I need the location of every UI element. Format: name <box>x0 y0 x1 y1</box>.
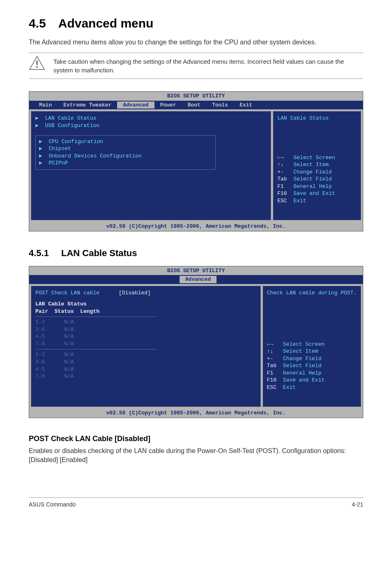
tab-exit[interactable]: Exit <box>234 102 258 109</box>
menu-item-cpu-configuration[interactable]: ▶ CPU Configuration <box>39 138 212 146</box>
table-separator <box>35 317 157 317</box>
table-row: 3-6 N/A <box>35 358 256 366</box>
intro-paragraph: The Advanced menu items allow you to cha… <box>29 38 363 47</box>
bios-legend: ←→ Select Screen ↑↓ Select Item +- Chang… <box>267 333 357 398</box>
bios-title: BIOS SETUP UTILITY <box>29 92 363 101</box>
field-heading: POST Check LAN Cable [Disabled] <box>29 435 363 443</box>
footer-right: 4-21 <box>352 501 363 508</box>
section-number: 4.5 <box>29 16 46 30</box>
bios-screenshot-lan-cable: BIOS SETUP UTILITY Advanced POST Check L… <box>29 266 363 418</box>
tab-advanced[interactable]: Advanced <box>117 102 154 109</box>
bios-right-pane: LAN Cable Status ←→ Select Screen ↑↓ Sel… <box>273 111 361 220</box>
caution-icon <box>29 55 45 72</box>
tab-main[interactable]: Main <box>33 102 58 109</box>
bios-left-pane: ▶ LAN Cable Status ▶ USB Configuration ▶… <box>31 111 271 220</box>
menu-item-usb-configuration[interactable]: ▶ USB Configuration <box>35 122 267 129</box>
subsection-number: 4.5.1 <box>29 248 49 259</box>
section-heading: 4.5Advanced menu <box>29 16 363 30</box>
page-footer: ASUS Commando 4-21 <box>29 497 363 508</box>
table-row: 1-2 N/A <box>35 351 256 358</box>
bios-tab-bar-single: Advanced <box>29 275 363 284</box>
table-row: 7-8 N/A <box>35 373 256 380</box>
caution-text: Take caution when changing the settings … <box>53 55 363 76</box>
field-description: Enables or disables checking of the LAN … <box>29 446 363 465</box>
svg-rect-1 <box>36 60 38 65</box>
table-separator <box>35 349 157 349</box>
tab-boot[interactable]: Boot <box>182 102 206 109</box>
subsection-title-text: LAN Cable Status <box>61 248 137 258</box>
subsection-heading: 4.5.1LAN Cable Status <box>29 248 363 259</box>
bios-legend: ←→ Select Screen ↑↓ Select Item +- Chang… <box>277 147 357 212</box>
table-row: 4-5 N/A <box>35 366 256 373</box>
bios-left-pane: POST Check LAN cable [Disabled] LAN Cabl… <box>31 286 261 407</box>
bios-right-pane: Check LAN cable during POST. ←→ Select S… <box>263 286 361 407</box>
bios-title: BIOS SETUP UTILITY <box>29 266 363 275</box>
svg-point-2 <box>36 66 38 68</box>
menu-item-lan-cable-status[interactable]: ▶ LAN Cable Status <box>35 115 267 122</box>
menu-item-onboard-devices[interactable]: ▶ Onboard Devices Configuration <box>39 153 212 160</box>
menu-item-pcipnp[interactable]: ▶ PCIPnP <box>39 160 212 167</box>
bios-help-text: Check LAN cable during POST. <box>267 289 357 297</box>
bios-screenshot-advanced: BIOS SETUP UTILITY Main Extreme Tweaker … <box>29 91 363 231</box>
menu-item-chipset[interactable]: ▶ Chipset <box>39 145 212 153</box>
section-title-text: Advanced menu <box>58 16 154 30</box>
tab-power[interactable]: Power <box>154 102 182 109</box>
tab-advanced[interactable]: Advanced <box>180 276 217 283</box>
table-columns: Pair Status Length <box>35 308 256 315</box>
menu-group: ▶ CPU Configuration ▶ Chipset ▶ Onboard … <box>35 135 216 170</box>
table-row: 4-5 N/A <box>35 333 256 340</box>
footer-left: ASUS Commando <box>29 501 76 508</box>
field-post-check-lan-cable[interactable]: POST Check LAN cable [Disabled] <box>35 289 256 297</box>
table-row: 7-8 N/A <box>35 340 256 348</box>
table-title: LAN Cable Status <box>35 301 256 308</box>
bios-tab-bar: Main Extreme Tweaker Advanced Power Boot… <box>29 101 363 110</box>
bios-help-text: LAN Cable Status <box>277 115 357 122</box>
caution-callout: Take caution when changing the settings … <box>29 53 363 79</box>
bios-footer: v02.58 (C)Copyright 1985-2006, American … <box>29 409 363 418</box>
bios-footer: v02.58 (C)Copyright 1985-2006, American … <box>29 222 363 231</box>
tab-extreme-tweaker[interactable]: Extreme Tweaker <box>58 102 117 109</box>
table-row: 3-6 N/A <box>35 326 256 333</box>
tab-tools[interactable]: Tools <box>206 102 234 109</box>
table-row: 1-2 N/A <box>35 319 256 326</box>
